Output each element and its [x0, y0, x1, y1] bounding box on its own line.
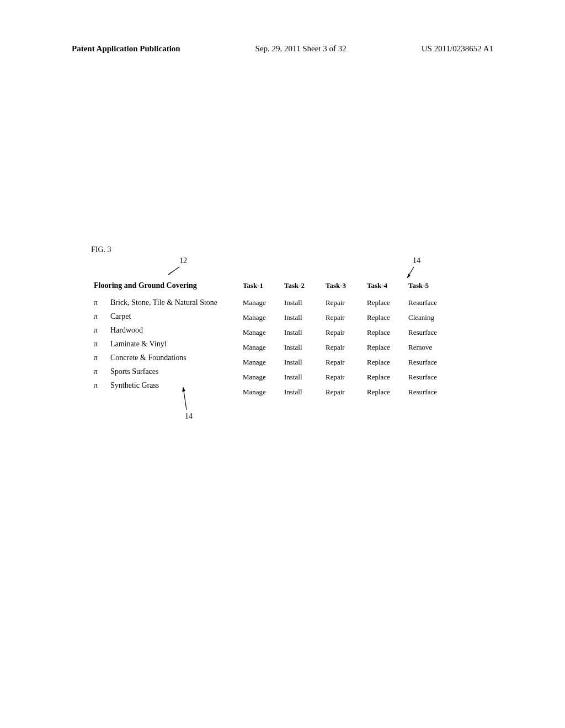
- task-header: Task-1: [243, 281, 280, 290]
- task-value: Replace: [367, 298, 404, 308]
- category-label: Carpet: [110, 312, 243, 321]
- task-header: Task-4: [367, 281, 404, 290]
- category-label: Sports Surfaces: [110, 367, 243, 376]
- list-item: π Laminate & Vinyl: [94, 340, 243, 349]
- svg-marker-3: [407, 274, 411, 278]
- task-value: Replace: [367, 328, 404, 338]
- task-value: Install: [284, 313, 321, 323]
- figure-container: FIG. 3: [91, 245, 510, 259]
- task-value: Resurface: [408, 328, 452, 338]
- task-value: Resurface: [408, 373, 452, 383]
- task-column-1: Task-1 Manage Manage Manage Manage Manag…: [243, 281, 284, 403]
- task-value: Resurface: [408, 298, 452, 308]
- task-value: Resurface: [408, 388, 452, 398]
- task-value: Replace: [367, 373, 404, 383]
- task-value: Manage: [243, 313, 280, 323]
- category-label: Concrete & Foundations: [110, 354, 243, 362]
- page-header: Patent Application Publication Sep. 29, …: [72, 44, 493, 53]
- list-item: π Brick, Stone, Tile & Natural Stone: [94, 298, 243, 307]
- task-value: Install: [284, 373, 321, 383]
- category-label: Laminate & Vinyl: [110, 340, 243, 349]
- list-item: π Synthetic Grass: [94, 381, 243, 390]
- category-label: Brick, Stone, Tile & Natural Stone: [110, 298, 243, 307]
- header-patent-number: US 2011/0238652 A1: [422, 44, 493, 53]
- task-value: Repair: [326, 373, 363, 383]
- task-value: Replace: [367, 388, 404, 398]
- pi-marker-icon: π: [94, 340, 110, 349]
- task-value: Install: [284, 343, 321, 353]
- task-header: Task-5: [408, 281, 452, 290]
- task-header: Task-3: [326, 281, 363, 290]
- task-column-2: Task-2 Install Install Install Install I…: [284, 281, 326, 403]
- arrow-icon: [406, 266, 417, 280]
- task-value: Manage: [243, 298, 280, 308]
- pi-marker-icon: π: [94, 326, 110, 335]
- task-column-5: Task-5 Resurface Cleaning Resurface Remo…: [408, 281, 457, 403]
- list-item: π Concrete & Foundations: [94, 354, 243, 362]
- list-item: π Hardwood: [94, 326, 243, 335]
- task-value: Repair: [326, 298, 363, 308]
- task-value: Replace: [367, 358, 404, 368]
- list-item: π Carpet: [94, 312, 243, 321]
- task-value: Manage: [243, 388, 280, 398]
- task-value: Install: [284, 328, 321, 338]
- task-value: Repair: [326, 343, 363, 353]
- task-column-4: Task-4 Replace Replace Replace Replace R…: [367, 281, 408, 403]
- task-value: Replace: [367, 313, 404, 323]
- task-value: Manage: [243, 343, 280, 353]
- pi-marker-icon: π: [94, 381, 110, 390]
- category-column: Flooring and Ground Covering π Brick, St…: [94, 281, 243, 403]
- task-value: Repair: [326, 358, 363, 368]
- category-label: Synthetic Grass: [110, 381, 243, 390]
- list-item: π Sports Surfaces: [94, 367, 243, 376]
- task-value: Install: [284, 358, 321, 368]
- header-date-sheet: Sep. 29, 2011 Sheet 3 of 32: [255, 44, 347, 53]
- task-value: Manage: [243, 328, 280, 338]
- figure-label: FIG. 3: [91, 245, 510, 254]
- task-header: Task-2: [284, 281, 321, 290]
- task-value: Cleaning: [408, 313, 452, 323]
- task-value: Manage: [243, 358, 280, 368]
- task-value: Manage: [243, 373, 280, 383]
- pi-marker-icon: π: [94, 354, 110, 362]
- task-value: Repair: [326, 313, 363, 323]
- task-value: Remove: [408, 343, 452, 353]
- reference-numeral-14-top: 14: [413, 256, 420, 265]
- task-value: Resurface: [408, 358, 452, 368]
- task-value: Install: [284, 298, 321, 308]
- figure-content: Flooring and Ground Covering π Brick, St…: [94, 281, 510, 403]
- reference-numeral-14-bottom: 14: [185, 412, 193, 421]
- arrow-icon: [166, 266, 182, 276]
- pi-marker-icon: π: [94, 312, 110, 321]
- task-value: Replace: [367, 343, 404, 353]
- reference-numeral-12: 12: [179, 256, 187, 265]
- task-value: Install: [284, 388, 321, 398]
- pi-marker-icon: π: [94, 298, 110, 307]
- data-table: Flooring and Ground Covering π Brick, St…: [94, 281, 510, 403]
- category-label: Hardwood: [110, 326, 243, 335]
- task-value: Repair: [326, 388, 363, 398]
- header-publication-type: Patent Application Publication: [72, 44, 180, 53]
- task-column-3: Task-3 Repair Repair Repair Repair Repai…: [326, 281, 367, 403]
- category-header: Flooring and Ground Covering: [94, 281, 243, 290]
- task-value: Repair: [326, 328, 363, 338]
- pi-marker-icon: π: [94, 367, 110, 376]
